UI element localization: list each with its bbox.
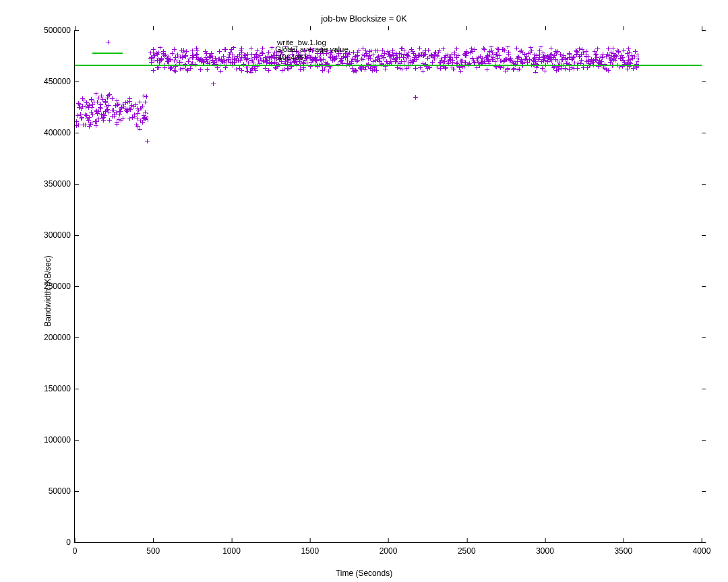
x-tick: 4000 bbox=[693, 542, 711, 556]
legend: write_bw.1.log Global average value (466… bbox=[92, 37, 375, 59]
y-tick: 400000 bbox=[44, 128, 75, 137]
y-tick: 450000 bbox=[44, 77, 75, 86]
avg-line bbox=[75, 65, 702, 66]
x-tick: 1500 bbox=[301, 542, 319, 556]
chart-title: job-bw Blocksize = 0K bbox=[0, 13, 728, 24]
x-axis-label: Time (Seconds) bbox=[0, 569, 728, 578]
y-axis-label: Bandwidth (KB/sec) bbox=[43, 255, 53, 326]
x-tick: 3000 bbox=[536, 542, 554, 556]
y-tick: 150000 bbox=[44, 384, 75, 393]
y-tick: 100000 bbox=[44, 435, 75, 445]
y-tick: 500000 bbox=[44, 26, 75, 35]
y-tick: 200000 bbox=[44, 333, 75, 342]
x-tick: 0 bbox=[73, 542, 78, 556]
y-tick: 250000 bbox=[44, 282, 75, 291]
y-tick: 350000 bbox=[44, 179, 75, 189]
y-tick: 300000 bbox=[44, 230, 75, 240]
x-tick: 2500 bbox=[458, 542, 476, 556]
y-tick: 50000 bbox=[49, 486, 75, 496]
x-tick: 3500 bbox=[614, 542, 632, 556]
legend-avg-label: Global average value (466435) bbox=[275, 45, 375, 61]
x-tick: 500 bbox=[146, 542, 160, 556]
x-tick: 1000 bbox=[222, 542, 241, 556]
plot-area: 0500001000001500002000002500003000003500… bbox=[74, 30, 702, 543]
x-tick: 2000 bbox=[380, 542, 398, 556]
